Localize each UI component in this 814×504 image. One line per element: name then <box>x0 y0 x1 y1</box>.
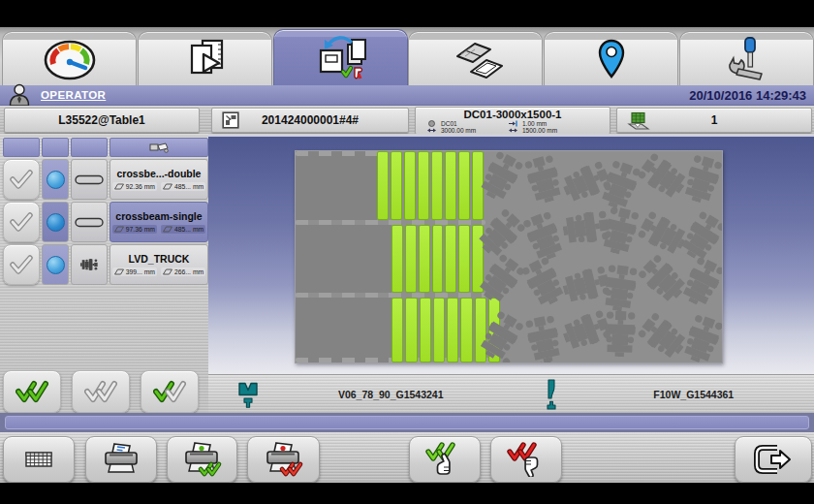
part-row[interactable]: LVD_TRUCK 399... mm 266... mm <box>3 244 205 285</box>
part-status-cell <box>42 202 69 242</box>
map-pin-icon <box>596 39 627 79</box>
part-dimensions: 92.36 mm 485... mm <box>112 182 205 191</box>
nested-truck-part[interactable] <box>522 153 564 206</box>
punch-holder-icon <box>546 400 557 410</box>
part-row[interactable]: crossbeam-single 97.36 mm 485... mm <box>3 202 205 242</box>
select-all-parts-button[interactable] <box>3 370 61 413</box>
table-icon <box>25 449 52 470</box>
tab-bending[interactable] <box>408 31 543 86</box>
part-confirm-button[interactable] <box>3 202 40 242</box>
nested-beam-block[interactable] <box>296 151 377 220</box>
nested-part-green[interactable] <box>445 225 456 293</box>
part-name-cell[interactable]: crossbeam-single 97.36 mm 485... mm <box>110 202 208 242</box>
nested-part-green[interactable] <box>445 151 456 220</box>
sheet-bending-icon <box>448 39 504 79</box>
nested-part-green[interactable] <box>458 151 470 220</box>
part-confirm-button[interactable] <box>3 159 40 200</box>
nested-part-green[interactable] <box>405 298 417 362</box>
reject-nesting-button[interactable] <box>490 436 562 483</box>
printer-icon <box>101 442 141 477</box>
double-check-gray-icon <box>84 380 117 403</box>
part-thumbnail <box>71 202 108 242</box>
nested-truck-part[interactable] <box>681 152 723 205</box>
application-window: OPERATOR 20/10/2016 14:29:43 L35522@Tabl… <box>0 0 814 504</box>
selected-part-group[interactable] <box>377 151 484 220</box>
nested-truck-part[interactable] <box>602 263 639 313</box>
print-approved-button[interactable] <box>167 436 237 483</box>
nested-part-green[interactable] <box>418 151 429 220</box>
part-status-dot <box>47 213 65 232</box>
check-gray-icon <box>10 170 33 189</box>
nested-part-green[interactable] <box>391 151 402 220</box>
tab-machine-location[interactable] <box>544 31 678 86</box>
part-dim2-chip: 485... mm <box>161 225 205 234</box>
nested-truck-part[interactable] <box>604 309 637 357</box>
nesting-validate-icon <box>313 35 369 81</box>
nested-part-green[interactable] <box>391 225 403 293</box>
nested-part-green[interactable] <box>405 225 417 293</box>
sheet-width: 1500.00 mm <box>522 127 584 134</box>
tab-nesting-validation[interactable] <box>273 29 408 86</box>
nested-truck-part[interactable] <box>477 150 526 205</box>
approve-nesting-button[interactable] <box>409 436 481 483</box>
nested-part-green[interactable] <box>391 298 403 362</box>
nested-part-green[interactable] <box>404 151 416 220</box>
sheet-detail-grid: DC01 1.00 mm 3000.00 mm 1500.00 mm <box>425 120 600 134</box>
nested-part-green[interactable] <box>460 298 472 362</box>
nested-beam-block[interactable] <box>296 298 391 362</box>
punch-icon-stack <box>529 379 574 410</box>
nested-part-green[interactable] <box>458 225 470 293</box>
part-dim2-chip: 485... mm <box>161 182 205 191</box>
print-button[interactable] <box>85 436 157 483</box>
part-name: crossbeam-single <box>115 210 202 222</box>
printer-approved-icon <box>181 441 224 478</box>
selection-button-row <box>0 370 211 413</box>
select-current-part-button[interactable] <box>141 370 199 413</box>
progress-strip-inner <box>5 416 809 429</box>
deselect-all-parts-button[interactable] <box>72 370 130 413</box>
die-name: V06_78_90_G1543241 <box>270 389 512 400</box>
selected-part-group[interactable] <box>391 225 484 293</box>
tab-programs[interactable] <box>138 31 272 86</box>
nested-part-green[interactable] <box>419 225 430 293</box>
nested-beam-block[interactable] <box>296 225 391 293</box>
exit-button[interactable] <box>735 436 812 483</box>
measure-icon <box>163 183 172 190</box>
nested-part-green[interactable] <box>377 151 389 220</box>
report-table-button[interactable] <box>3 436 75 483</box>
operator-link[interactable]: OPERATOR <box>41 89 106 101</box>
approve-thumb-up-icon <box>425 442 464 477</box>
sheet-count-field[interactable]: 1 <box>616 108 812 133</box>
part-confirm-button[interactable] <box>3 244 40 285</box>
tab-machine-status[interactable] <box>2 31 137 86</box>
nested-truck-part[interactable] <box>680 312 723 363</box>
nesting-canvas[interactable] <box>208 134 814 377</box>
tab-service[interactable] <box>679 31 814 86</box>
nested-truck-part[interactable] <box>678 254 723 309</box>
sheet-length: 3000.00 mm <box>441 127 503 134</box>
nested-part-green[interactable] <box>431 151 443 220</box>
nested-part-green[interactable] <box>432 225 444 293</box>
machine-table-field[interactable]: L35522@Table1 <box>4 108 200 133</box>
job-number-field[interactable]: 201424000001#4# <box>211 108 409 133</box>
sheet-info-field[interactable]: DC01-3000x1500-1 DC01 1.00 mm 3000.00 mm… <box>415 107 610 135</box>
part-name-cell[interactable]: crossbe...-double 92.36 mm 485... mm <box>110 159 208 200</box>
nested-part-green[interactable] <box>420 298 431 362</box>
part-row[interactable]: crossbe...-double 92.36 mm 485... mm <box>3 159 205 200</box>
nested-part-green[interactable] <box>433 298 445 362</box>
measure-icon <box>114 268 124 275</box>
part-status-cell <box>42 159 69 200</box>
width-icon <box>507 127 518 134</box>
nested-truck-part[interactable] <box>523 313 563 363</box>
part-status-dot <box>47 171 65 189</box>
print-rejected-button[interactable] <box>247 436 320 483</box>
header-status-col <box>42 138 69 157</box>
header-parts-col <box>110 138 208 157</box>
sheet[interactable] <box>295 150 723 363</box>
die-holder-icon <box>242 397 254 408</box>
nested-part-green[interactable] <box>447 298 458 362</box>
double-check-mixed-icon <box>153 380 186 403</box>
sheet-title: DC01-3000x1500-1 <box>463 109 561 120</box>
part-name-cell[interactable]: LVD_TRUCK 399... mm 266... mm <box>110 244 208 285</box>
operator-icon <box>8 83 31 107</box>
